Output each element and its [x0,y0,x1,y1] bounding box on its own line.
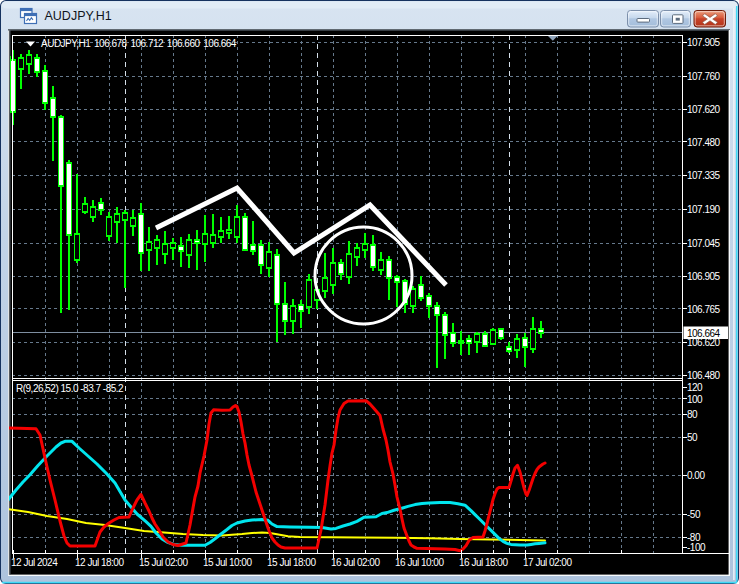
svg-text:107.480: 107.480 [687,137,721,148]
svg-text:-100: -100 [687,542,706,553]
svg-text:107.760: 107.760 [687,71,721,82]
svg-text:120: 120 [687,382,703,393]
svg-text:16 Jul 02:00: 16 Jul 02:00 [331,557,380,568]
svg-text:107.045: 107.045 [687,238,721,249]
svg-text:106.664: 106.664 [687,328,721,339]
svg-text:50: 50 [687,432,698,443]
svg-text:AUDJPY,H1: AUDJPY,H1 [45,9,112,23]
svg-text:15 Jul 18:00: 15 Jul 18:00 [267,557,316,568]
svg-text:17 Jul 02:00: 17 Jul 02:00 [523,557,572,568]
svg-text:AUDJPY,H1 106.678 106.712 106.: AUDJPY,H1 106.678 106.712 106.660 106.66… [41,38,237,49]
svg-text:106.765: 106.765 [687,304,721,315]
svg-text:107.190: 107.190 [687,204,721,215]
svg-text:15 Jul 02:00: 15 Jul 02:00 [139,557,188,568]
svg-text:15 Jul 10:00: 15 Jul 10:00 [203,557,252,568]
svg-text:107.335: 107.335 [687,170,721,181]
svg-text:12 Jul 2024: 12 Jul 2024 [11,557,58,568]
svg-text:-50: -50 [687,509,701,520]
svg-text:107.620: 107.620 [687,104,721,115]
svg-text:16 Jul 10:00: 16 Jul 10:00 [395,557,444,568]
svg-text:0.00: 0.00 [687,470,705,481]
svg-text:106.480: 106.480 [687,370,721,381]
svg-text:106.905: 106.905 [687,271,721,282]
svg-text:100: 100 [687,394,703,405]
svg-text:107.905: 107.905 [687,37,721,48]
svg-text:R(9,26,52) 15.0 -83.7 -85.2: R(9,26,52) 15.0 -83.7 -85.2 [16,383,124,394]
svg-text:12 Jul 18:00: 12 Jul 18:00 [75,557,124,568]
svg-text:16 Jul 18:00: 16 Jul 18:00 [459,557,508,568]
svg-text:80: 80 [687,409,698,420]
